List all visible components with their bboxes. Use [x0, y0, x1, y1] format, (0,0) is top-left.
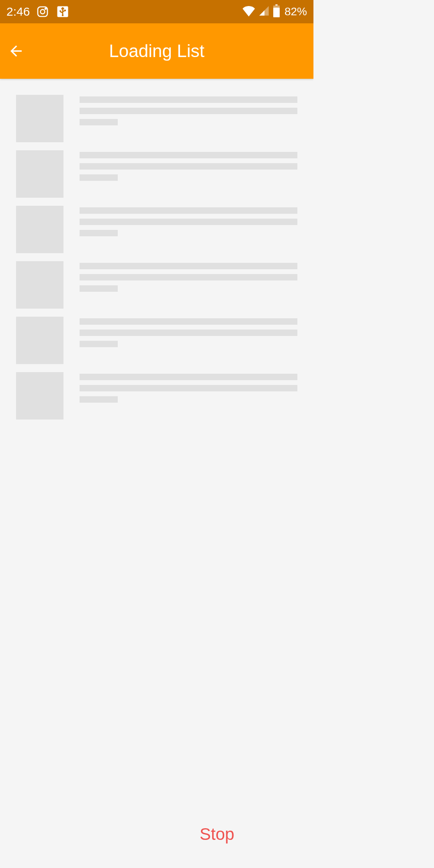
- skeleton-line: [80, 285, 118, 292]
- status-time: 2:46: [6, 5, 30, 18]
- skeleton-line: [80, 174, 118, 181]
- skeleton-line: [80, 330, 297, 336]
- app-bar: Loading List: [0, 23, 313, 79]
- skeleton-line: [80, 119, 118, 125]
- instagram-icon: [35, 4, 50, 19]
- skeleton-list: [0, 79, 313, 420]
- skeleton-thumbnail: [16, 317, 63, 364]
- skeleton-lines: [80, 150, 297, 198]
- list-item: [16, 372, 297, 420]
- svg-point-2: [45, 8, 46, 9]
- list-item: [16, 261, 297, 309]
- battery-percent: 82%: [285, 5, 307, 18]
- skeleton-line: [80, 230, 118, 236]
- skeleton-thumbnail: [16, 261, 63, 309]
- page-title: Loading List: [0, 41, 313, 61]
- skeleton-line: [80, 341, 118, 347]
- skeleton-line: [80, 96, 297, 103]
- skeleton-line: [80, 263, 297, 269]
- skeleton-lines: [80, 317, 297, 364]
- skeleton-line: [80, 385, 297, 391]
- svg-rect-7: [275, 4, 277, 6]
- list-item: [16, 317, 297, 364]
- skeleton-line: [80, 152, 297, 158]
- skeleton-line: [80, 163, 297, 170]
- signal-icon: [258, 5, 270, 18]
- skeleton-line: [80, 219, 297, 225]
- wifi-icon: [242, 5, 256, 18]
- svg-point-6: [62, 14, 64, 16]
- list-item: [16, 150, 297, 198]
- status-bar: 2:46: [0, 0, 313, 23]
- skeleton-line: [80, 396, 118, 403]
- skeleton-thumbnail: [16, 150, 63, 198]
- skeleton-thumbnail: [16, 95, 63, 142]
- skeleton-lines: [80, 261, 297, 309]
- skeleton-lines: [80, 206, 297, 253]
- skeleton-thumbnail: [16, 372, 63, 420]
- svg-rect-5: [64, 10, 66, 11]
- svg-point-1: [41, 10, 45, 14]
- usb-icon: [55, 4, 70, 19]
- skeleton-line: [80, 108, 297, 114]
- skeleton-line: [80, 374, 297, 380]
- status-bar-left: 2:46: [6, 4, 70, 19]
- skeleton-thumbnail: [16, 206, 63, 253]
- status-bar-right: 82%: [242, 4, 307, 19]
- list-item: [16, 206, 297, 253]
- svg-point-4: [59, 10, 61, 12]
- list-item: [16, 95, 297, 142]
- svg-rect-9: [273, 8, 280, 17]
- back-arrow-icon: [8, 43, 25, 59]
- skeleton-line: [80, 318, 297, 325]
- back-button[interactable]: [0, 23, 32, 79]
- skeleton-line: [80, 274, 297, 280]
- skeleton-lines: [80, 372, 297, 420]
- battery-icon: [272, 4, 280, 19]
- skeleton-lines: [80, 95, 297, 142]
- skeleton-line: [80, 207, 297, 214]
